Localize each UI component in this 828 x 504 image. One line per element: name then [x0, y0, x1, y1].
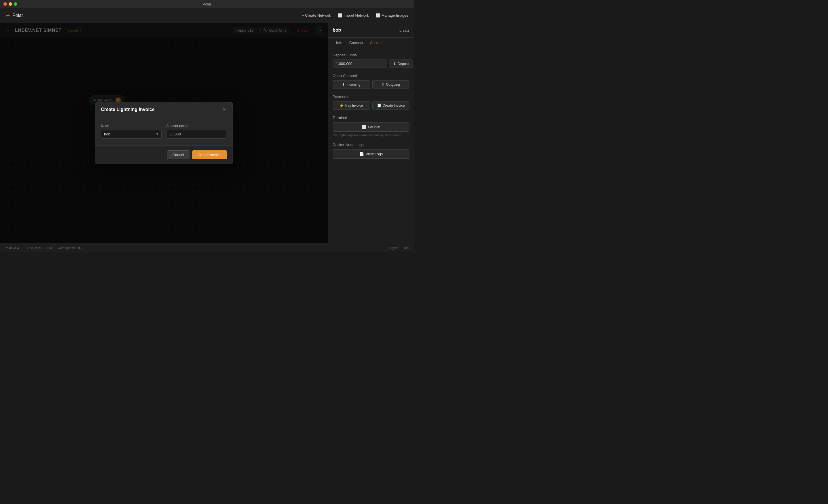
right-sidebar: bob 0 sats Info Connect Actions Deposit … — [328, 23, 414, 243]
compose-version: Compose v1.29.2 — [58, 246, 83, 250]
minimize-button[interactable] — [9, 2, 12, 6]
deposit-row: ⬇ Deposit — [333, 59, 409, 68]
modal-body: Node bob alice ▼ Amount (sats) — [95, 117, 233, 145]
modal-fields: Node bob alice ▼ Amount (sats) — [101, 124, 227, 138]
modal-header: Create Lightning Invoice × — [95, 102, 233, 117]
theme-selector[interactable]: Dark — [403, 246, 409, 250]
status-bar-right: English Dark — [388, 246, 409, 250]
docker-logs-section: Docker Node Logs 📄 View Logs — [333, 142, 409, 159]
top-nav: ✳ Polar + Create Network ⬜ Import Networ… — [0, 8, 414, 23]
traffic-lights — [3, 2, 17, 6]
titlebar: Polar — [0, 0, 414, 8]
payment-buttons: ⚡ Pay Invoice 🧾 Create Invoice — [333, 101, 409, 110]
amount-label: Amount (sats) — [166, 124, 227, 128]
manage-images-button[interactable]: ⬜ Manage Images — [376, 13, 408, 17]
content-area: ← LNDEV.NET SIMNET Started height: 512 🔧… — [0, 23, 414, 243]
modal-title: Create Lightning Invoice — [101, 107, 155, 112]
deposit-funds-section: Deposit Funds ⬇ Deposit — [333, 53, 409, 68]
window-title: Polar — [203, 2, 211, 6]
terminal-section: Terminal ⬜ Launch Run 'lightning-cli' co… — [333, 116, 409, 137]
invoice-icon: 🧾 — [377, 103, 381, 108]
terminal-label: Terminal — [333, 116, 409, 120]
sidebar-sats: 0 sats — [399, 28, 409, 33]
create-lightning-invoice-modal: Create Lightning Invoice × Node bob alic… — [95, 102, 233, 164]
deposit-funds-label: Deposit Funds — [333, 53, 409, 57]
download-icon: ⬇ — [393, 62, 396, 66]
sidebar-content: Deposit Funds ⬇ Deposit Open Channel ⬇ I… — [328, 48, 414, 163]
create-invoice-button[interactable]: Create Invoice — [192, 151, 227, 159]
status-bar: Polar v1.3.0 Docker v20.10.13 Compose v1… — [0, 243, 414, 252]
logo-area: ✳ Polar — [6, 12, 23, 19]
terminal-description: Run 'lightning-cli' commands directly on… — [333, 133, 409, 137]
open-channel-section: Open Channel ⬇ Incoming ⬆ Outgoing — [333, 74, 409, 89]
amount-field: Amount (sats) — [166, 124, 227, 138]
modal-footer: Cancel Create Invoice — [95, 145, 233, 164]
view-logs-button[interactable]: 📄 View Logs — [333, 149, 409, 159]
nav-actions: + Create Network ⬜ Import Network ⬜ Mana… — [302, 13, 408, 17]
node-label: Node — [101, 124, 162, 128]
terminal-icon: ⬜ — [362, 125, 366, 129]
incoming-icon: ⬇ — [342, 83, 345, 87]
payments-section: Payments ⚡ Pay Invoice 🧾 Create Invoice — [333, 95, 409, 110]
node-field: Node bob alice ▼ — [101, 124, 162, 138]
language-selector[interactable]: English — [388, 246, 398, 250]
main-area: ← LNDEV.NET SIMNET Started height: 512 🔧… — [0, 23, 328, 243]
pay-invoice-button[interactable]: ⚡ Pay Invoice — [333, 101, 370, 110]
outgoing-button[interactable]: ⬆ Outgoing — [372, 80, 410, 89]
launch-button[interactable]: ⬜ Launch — [333, 122, 409, 132]
cancel-button[interactable]: Cancel — [167, 151, 190, 159]
logo-icon: ✳ — [6, 12, 10, 19]
amount-input[interactable] — [166, 130, 227, 138]
create-network-button[interactable]: + Create Network — [302, 13, 331, 17]
lightning-icon: ⚡ — [339, 103, 344, 108]
maximize-button[interactable] — [14, 2, 17, 6]
node-select-wrapper: bob alice ▼ — [101, 130, 162, 138]
close-button[interactable] — [3, 2, 7, 6]
sidebar-node-name: bob — [333, 28, 341, 33]
logs-icon: 📄 — [359, 152, 364, 156]
tab-info[interactable]: Info — [333, 38, 346, 48]
polar-version: Polar v1.3.0 — [5, 246, 22, 250]
channel-buttons: ⬇ Incoming ⬆ Outgoing — [333, 80, 409, 89]
modal-close-button[interactable]: × — [221, 107, 227, 112]
docker-version: Docker v20.10.13 — [27, 246, 52, 250]
node-select[interactable]: bob alice — [101, 130, 162, 138]
tab-connect[interactable]: Connect — [346, 38, 367, 48]
app-name: Polar — [12, 13, 23, 18]
import-network-button[interactable]: ⬜ Import Network — [338, 13, 369, 17]
create-invoice-sidebar-button[interactable]: 🧾 Create Invoice — [372, 101, 410, 110]
outgoing-icon: ⬆ — [381, 83, 384, 87]
payments-label: Payments — [333, 95, 409, 99]
deposit-button[interactable]: ⬇ Deposit — [389, 59, 413, 68]
sidebar-header: bob 0 sats — [328, 23, 414, 38]
tab-actions[interactable]: Actions — [367, 38, 386, 48]
deposit-amount-input[interactable] — [333, 59, 387, 68]
modal-overlay[interactable]: Create Lightning Invoice × Node bob alic… — [0, 23, 328, 243]
docker-logs-label: Docker Node Logs — [333, 142, 409, 147]
incoming-button[interactable]: ⬇ Incoming — [333, 80, 370, 89]
sidebar-tabs: Info Connect Actions — [328, 38, 414, 48]
open-channel-label: Open Channel — [333, 74, 409, 78]
